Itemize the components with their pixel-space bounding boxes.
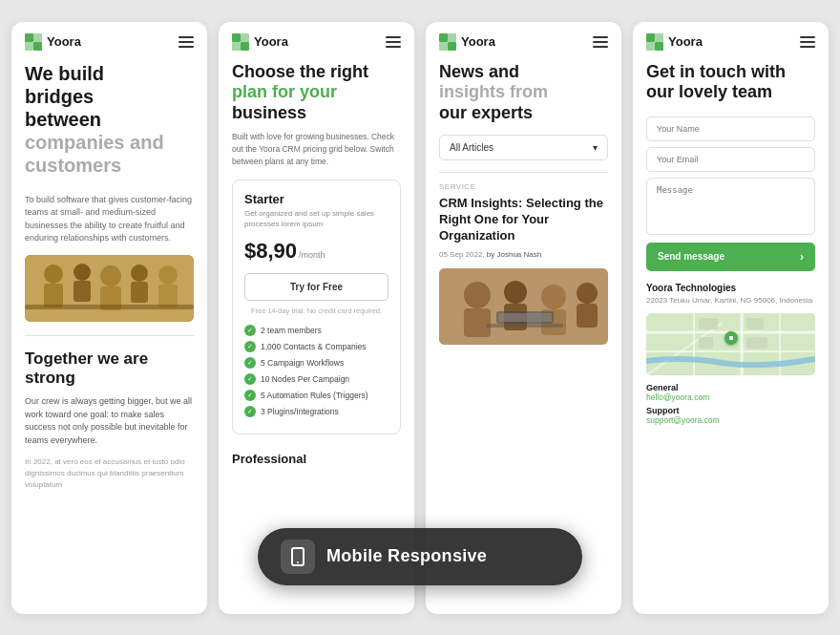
- feature-item-1: ✓2 team members: [244, 325, 388, 336]
- yoora-logo-icon-2: [232, 33, 249, 51]
- feature-item-5: ✓5 Automation Rules (Triggers): [244, 390, 388, 401]
- article-image: [439, 268, 608, 345]
- mobile-responsive-tooltip: Mobile Responsive: [258, 528, 582, 585]
- article-meta: 05 Sep 2022, by Joshua Nash: [439, 250, 608, 259]
- articles-dropdown[interactable]: All Articles ▾: [439, 135, 608, 160]
- svg-point-7: [74, 264, 91, 281]
- card4-headline: Get in touch with our lovely team: [646, 62, 815, 103]
- svg-rect-38: [646, 42, 655, 51]
- feature-item-6: ✓3 Plugins/Integrations: [244, 406, 388, 417]
- price-value: $8,90: [244, 239, 297, 264]
- svg-point-5: [44, 265, 63, 284]
- svg-rect-39: [655, 33, 663, 42]
- card1-image: [25, 255, 194, 322]
- nav-1: Yoora: [11, 22, 207, 62]
- svg-rect-50: [746, 337, 767, 349]
- name-input[interactable]: [646, 116, 815, 141]
- svg-rect-19: [241, 33, 249, 42]
- company-address: 22023 Teuku Umar, Kartini, NG 95006, Ind…: [646, 295, 815, 306]
- tooltip-label: Mobile Responsive: [326, 546, 487, 566]
- card3-content: News and insights from our experts All A…: [426, 62, 621, 345]
- svg-rect-37: [655, 42, 663, 51]
- nav-brand-2: Yoora: [254, 34, 288, 49]
- svg-point-53: [297, 561, 299, 563]
- article-title: CRM Insights: Selecting the Right One fo…: [439, 196, 608, 244]
- svg-point-27: [504, 281, 527, 304]
- hamburger-4[interactable]: [800, 36, 815, 48]
- card2-professional-section: Professional: [219, 444, 414, 466]
- feature-item-3: ✓5 Campaign Workflows: [244, 357, 388, 369]
- general-label: General: [646, 383, 815, 392]
- card1-bottom-text: In 2022, at vero eos et accusamus et ius…: [25, 456, 194, 491]
- message-textarea[interactable]: [646, 178, 815, 235]
- svg-rect-16: [232, 33, 241, 42]
- hamburger-3[interactable]: [593, 36, 608, 48]
- svg-rect-47: [699, 318, 718, 329]
- cards-wrapper: Yoora We build bridges between companies…: [11, 22, 829, 614]
- card1-strong-title: Together we are strong: [25, 349, 194, 389]
- nav-brand-3: Yoora: [461, 34, 495, 49]
- card1-section2: Together we are strong Our crew is alway…: [11, 349, 207, 448]
- feature-item-2: ✓1,000 Contacts & Companies: [244, 341, 388, 352]
- card3-divider: [439, 172, 608, 173]
- check-icon-6: ✓: [244, 406, 256, 417]
- card1-strong-desc: Our crew is always getting bigger, but w…: [25, 395, 194, 447]
- check-icon-2: ✓: [244, 341, 256, 352]
- nav-3: Yoora: [426, 22, 621, 62]
- nav-brand-1: Yoora: [47, 34, 81, 49]
- tooltip-phone-icon: [281, 540, 315, 574]
- map-pin: [724, 331, 738, 345]
- pricing-box-starter: Starter Get organized and set up simple …: [232, 180, 401, 434]
- svg-point-29: [541, 285, 566, 309]
- svg-rect-20: [439, 33, 448, 42]
- svg-rect-6: [44, 284, 63, 307]
- contact-general: General hello@yoora.com: [646, 383, 815, 402]
- card1-hero: We build bridges between companies and c…: [11, 62, 207, 186]
- phone-card-2: Yoora Choose the right plan for your bus…: [219, 22, 414, 614]
- professional-label: Professional: [232, 452, 401, 466]
- check-icon-1: ✓: [244, 325, 256, 336]
- send-message-button[interactable]: Send message ›: [646, 243, 815, 271]
- phone-card-4: Yoora Get in touch with our lovely team …: [633, 22, 829, 614]
- hamburger-1[interactable]: [178, 36, 194, 48]
- svg-rect-14: [158, 285, 178, 307]
- svg-rect-51: [729, 336, 733, 340]
- arrow-right-icon: ›: [800, 250, 804, 264]
- svg-point-11: [131, 265, 148, 282]
- card2-content: Choose the right plan for your business …: [219, 62, 414, 434]
- phone-card-3: Yoora News and insights from our experts…: [426, 22, 621, 614]
- yoora-logo-icon-4: [646, 33, 663, 51]
- svg-rect-15: [25, 305, 194, 309]
- yoora-logo-icon-1: [25, 33, 42, 51]
- svg-rect-35: [498, 313, 552, 322]
- article-date: 05 Sep 2022: [439, 250, 482, 259]
- yoora-logo-icon-3: [439, 33, 456, 51]
- pricing-name: Starter: [244, 192, 388, 206]
- map-preview: [646, 313, 815, 375]
- card2-headline: Choose the right plan for your business: [232, 62, 401, 124]
- svg-rect-8: [74, 281, 91, 302]
- support-email: support@yoora.com: [646, 415, 815, 425]
- svg-rect-0: [25, 33, 33, 42]
- nav-4: Yoora: [633, 22, 829, 62]
- feature-list: ✓2 team members ✓1,000 Contacts & Compan…: [244, 325, 388, 417]
- svg-rect-1: [33, 42, 42, 51]
- card1-bottom: In 2022, at vero eos et accusamus et ius…: [11, 447, 207, 491]
- svg-rect-33: [487, 324, 563, 328]
- nav-2: Yoora: [219, 22, 414, 62]
- pricing-amount: $8,90 /month: [244, 239, 388, 264]
- company-name: Yoora Technologies: [646, 283, 815, 293]
- try-for-free-button[interactable]: Try for Free: [244, 273, 388, 301]
- svg-rect-23: [448, 33, 456, 42]
- hamburger-2[interactable]: [386, 36, 401, 48]
- feature-item-4: ✓10 Nodes Per Campaign: [244, 373, 388, 385]
- svg-rect-26: [464, 308, 491, 337]
- svg-point-13: [158, 265, 178, 285]
- price-period: /month: [299, 250, 326, 260]
- svg-rect-32: [577, 304, 598, 328]
- support-label: Support: [646, 406, 815, 415]
- email-input[interactable]: [646, 147, 815, 172]
- svg-rect-17: [241, 42, 249, 51]
- card1-headline: We build bridges between companies and c…: [25, 62, 194, 177]
- phone-card-1: Yoora We build bridges between companies…: [11, 22, 207, 614]
